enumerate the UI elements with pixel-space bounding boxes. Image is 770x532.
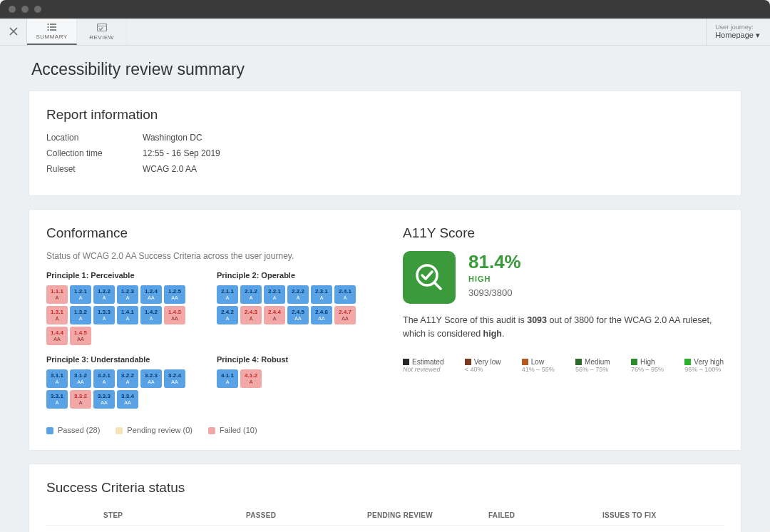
scale-range: 96% – 100% bbox=[684, 366, 724, 373]
window-dot[interactable] bbox=[34, 6, 41, 13]
criterion-chip[interactable]: 3.2.4AA bbox=[164, 369, 185, 388]
tab-summary[interactable]: SUMMARY bbox=[27, 19, 77, 45]
scale-name: Low bbox=[531, 358, 544, 366]
page-title: Accessibility review summary bbox=[31, 60, 741, 79]
app-window: SUMMARY REVIEW User journey: Homepage ▾ … bbox=[0, 0, 770, 532]
chip-level: A bbox=[226, 316, 230, 322]
criterion-chip[interactable]: 1.2.1A bbox=[70, 285, 91, 304]
criterion-chip[interactable]: 1.4.5AA bbox=[70, 327, 91, 345]
criterion-chip[interactable]: 2.4.5AA bbox=[287, 306, 309, 324]
criterion-chip[interactable]: 1.4.2A bbox=[140, 306, 162, 324]
principle-title: Principle 3: Understandable bbox=[46, 355, 204, 364]
criterion-chip[interactable]: 4.1.2A bbox=[240, 369, 262, 388]
criterion-chip[interactable]: 2.4.3A bbox=[240, 306, 262, 324]
chip-id: 1.3.2 bbox=[74, 310, 87, 316]
criterion-chip[interactable]: 3.3.3AA bbox=[93, 390, 115, 409]
criterion-chip[interactable]: 3.3.1A bbox=[46, 390, 68, 409]
chip-level: AA bbox=[171, 379, 178, 385]
report-info-card: Report information LocationWashington DC… bbox=[29, 91, 741, 196]
chip-id: 2.3.1 bbox=[315, 289, 328, 295]
criterion-chip[interactable]: 1.1.1A bbox=[46, 285, 68, 304]
scale-swatch bbox=[522, 359, 528, 365]
scale-name: Very high bbox=[694, 358, 724, 366]
criterion-chip[interactable]: 3.2.1A bbox=[93, 369, 115, 388]
criterion-chip[interactable]: 2.4.7AA bbox=[334, 306, 356, 324]
svg-rect-6 bbox=[97, 24, 106, 31]
criterion-chip[interactable]: 1.3.1A bbox=[46, 306, 68, 324]
chip-id: 2.4.1 bbox=[339, 289, 351, 295]
user-journey-selector[interactable]: User journey: Homepage ▾ bbox=[706, 19, 770, 45]
criterion-chip[interactable]: 2.2.1A bbox=[264, 285, 285, 304]
chip-id: 3.1.2 bbox=[74, 373, 87, 379]
chip-level: A bbox=[56, 316, 59, 322]
criterion-chip[interactable]: 2.1.1A bbox=[217, 285, 238, 304]
close-button[interactable] bbox=[0, 19, 27, 45]
chip-id: 2.4.4 bbox=[268, 310, 281, 316]
criterion-chip[interactable]: 1.2.3A bbox=[117, 285, 138, 304]
criterion-chip[interactable]: 3.3.2A bbox=[70, 390, 91, 409]
chip-id: 3.3.1 bbox=[51, 394, 63, 400]
window-dot[interactable] bbox=[9, 6, 16, 13]
col-step: STEP bbox=[103, 511, 246, 519]
info-label: Ruleset bbox=[46, 164, 143, 174]
info-row: LocationWashington DC bbox=[46, 133, 724, 143]
scale-range: 41% – 55% bbox=[522, 366, 555, 373]
col-issues: ISSUES TO FIX bbox=[602, 511, 688, 519]
chip-level: A bbox=[79, 316, 83, 322]
chip-level: A bbox=[320, 295, 324, 301]
chip-level: A bbox=[297, 295, 300, 301]
criterion-chip[interactable]: 3.2.2A bbox=[117, 369, 138, 388]
a11y-badge-icon bbox=[403, 251, 456, 304]
chip-group: 4.1.1A4.1.2A bbox=[217, 369, 374, 388]
criterion-chip[interactable]: 3.1.2AA bbox=[70, 369, 91, 388]
svg-point-0 bbox=[47, 24, 48, 25]
svg-rect-3 bbox=[50, 26, 56, 27]
scale-item: Very high96% – 100% bbox=[684, 358, 724, 373]
scale-item: Low41% – 55% bbox=[522, 358, 555, 373]
chip-level: A bbox=[103, 379, 106, 385]
chip-id: 1.2.5 bbox=[168, 289, 181, 295]
tab-review[interactable]: REVIEW bbox=[77, 19, 127, 45]
chip-level: AA bbox=[171, 295, 178, 301]
criterion-chip[interactable]: 2.1.2A bbox=[240, 285, 262, 304]
principle-title: Principle 1: Perceivable bbox=[46, 271, 204, 280]
criterion-chip[interactable]: 2.2.2A bbox=[287, 285, 309, 304]
close-icon bbox=[9, 26, 18, 39]
legend-failed: Failed (10) bbox=[208, 426, 257, 434]
criterion-chip[interactable]: 1.4.4AA bbox=[46, 327, 68, 345]
conformance-subtext: Status of WCAG 2.0 AA Success Criteria a… bbox=[46, 251, 374, 261]
criterion-chip[interactable]: 1.2.5AA bbox=[164, 285, 185, 304]
chip-level: A bbox=[273, 316, 277, 322]
chip-level: A bbox=[126, 316, 130, 322]
criterion-chip[interactable]: 4.1.1A bbox=[217, 369, 238, 388]
criterion-chip[interactable]: 1.3.2A bbox=[70, 306, 91, 324]
chip-id: 2.2.1 bbox=[268, 289, 281, 295]
chip-id: 1.4.3 bbox=[168, 310, 181, 316]
criterion-chip[interactable]: 2.4.4A bbox=[264, 306, 285, 324]
col-passed: PASSED bbox=[246, 511, 367, 519]
conformance-card: Conformance Status of WCAG 2.0 AA Succes… bbox=[29, 209, 741, 451]
chip-id: 1.4.2 bbox=[145, 310, 158, 316]
criterion-chip[interactable]: 3.3.4AA bbox=[117, 390, 138, 409]
principle: Principle 2: Operable2.1.1A2.1.2A2.2.1A2… bbox=[217, 271, 374, 345]
a11y-heading: A11Y Score bbox=[403, 225, 724, 241]
criterion-chip[interactable]: 2.4.6AA bbox=[311, 306, 332, 324]
criterion-chip[interactable]: 2.4.2A bbox=[217, 306, 238, 324]
criterion-chip[interactable]: 1.4.1A bbox=[117, 306, 138, 324]
criterion-chip[interactable]: 3.1.1A bbox=[46, 369, 68, 388]
a11y-description: The A11Y Score of this audit is 3093 out… bbox=[403, 314, 724, 341]
window-dot[interactable] bbox=[21, 6, 29, 13]
chip-level: A bbox=[56, 295, 59, 301]
conformance-heading: Conformance bbox=[46, 225, 374, 241]
criterion-chip[interactable]: 2.4.1A bbox=[334, 285, 356, 304]
criterion-chip[interactable]: 2.3.1A bbox=[311, 285, 332, 304]
criterion-chip[interactable]: 1.3.3A bbox=[93, 306, 115, 324]
chip-id: 1.1.1 bbox=[51, 289, 63, 295]
info-value: WCAG 2.0 AA bbox=[143, 164, 197, 174]
criterion-chip[interactable]: 3.2.3AA bbox=[140, 369, 162, 388]
criterion-chip[interactable]: 1.4.3AA bbox=[164, 306, 185, 324]
criterion-chip[interactable]: 1.2.2A bbox=[93, 285, 115, 304]
criterion-chip[interactable]: 1.2.4AA bbox=[140, 285, 162, 304]
chip-level: A bbox=[79, 400, 83, 406]
chip-id: 2.4.6 bbox=[315, 310, 328, 316]
